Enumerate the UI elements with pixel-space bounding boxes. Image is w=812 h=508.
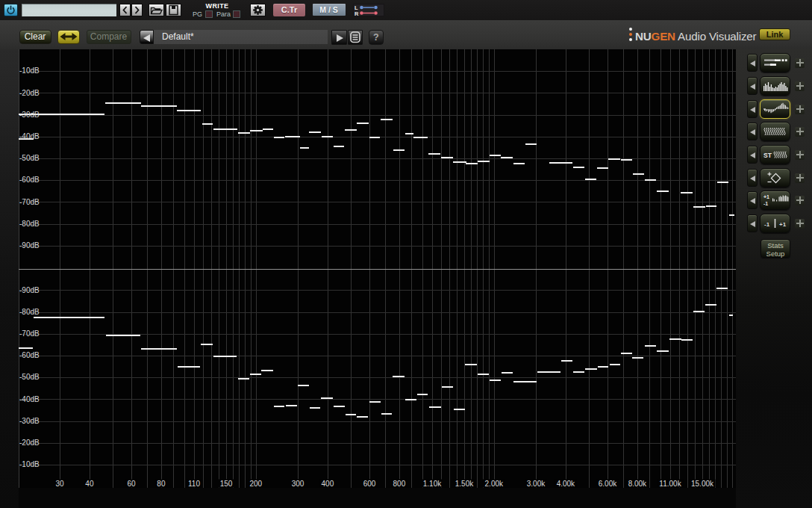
svg-text:11.00k: 11.00k [659,480,681,488]
svg-text:-40dB: -40dB [19,132,40,140]
svg-text:1.50k: 1.50k [455,480,474,488]
svg-text:80: 80 [157,480,166,488]
svg-text:-80dB: -80dB [19,308,40,316]
svg-text:-70dB: -70dB [19,198,40,206]
svg-text:+1: +1 [779,221,787,228]
svg-text:300: 300 [292,480,304,488]
svg-text:15.00k: 15.00k [691,480,714,488]
svg-text:200: 200 [249,480,262,488]
svg-text:-50dB: -50dB [19,373,40,381]
svg-text:1.10k: 1.10k [423,480,442,488]
svg-text:800: 800 [393,480,406,488]
svg-text:-1: -1 [764,221,770,228]
svg-text:600: 600 [363,480,376,488]
svg-text:-60dB: -60dB [19,351,40,359]
svg-text:-10dB: -10dB [19,66,40,75]
svg-text:-30dB: -30dB [19,417,40,425]
svg-text:ST: ST [763,152,772,159]
svg-text:60: 60 [127,480,136,488]
svg-text:6.00k: 6.00k [599,480,617,488]
svg-text:30: 30 [55,480,64,488]
svg-text:110: 110 [188,480,200,488]
svg-text:2.00k: 2.00k [485,480,504,488]
svg-text:8.00k: 8.00k [628,480,647,488]
svg-text:-20dB: -20dB [19,89,40,97]
svg-text:400: 400 [322,480,334,488]
svg-text:-10dB: -10dB [19,460,40,468]
svg-text:3.00k: 3.00k [527,480,546,488]
svg-text:-90dB: -90dB [19,286,40,294]
svg-text:40: 40 [85,480,94,488]
svg-text:-70dB: -70dB [19,329,40,338]
svg-text:-1: -1 [763,201,768,206]
svg-text:-80dB: -80dB [19,220,40,228]
svg-text:-30dB: -30dB [19,111,40,119]
svg-text:-40dB: -40dB [19,395,40,403]
svg-text:-90dB: -90dB [19,241,40,250]
svg-text:-60dB: -60dB [19,176,40,184]
svg-text:R: R [355,10,359,16]
svg-text:4.00k: 4.00k [557,480,575,488]
svg-text:-20dB: -20dB [19,439,40,447]
svg-text:-50dB: -50dB [19,154,40,162]
svg-text:150: 150 [220,480,233,488]
svg-text:+1: +1 [763,194,769,199]
